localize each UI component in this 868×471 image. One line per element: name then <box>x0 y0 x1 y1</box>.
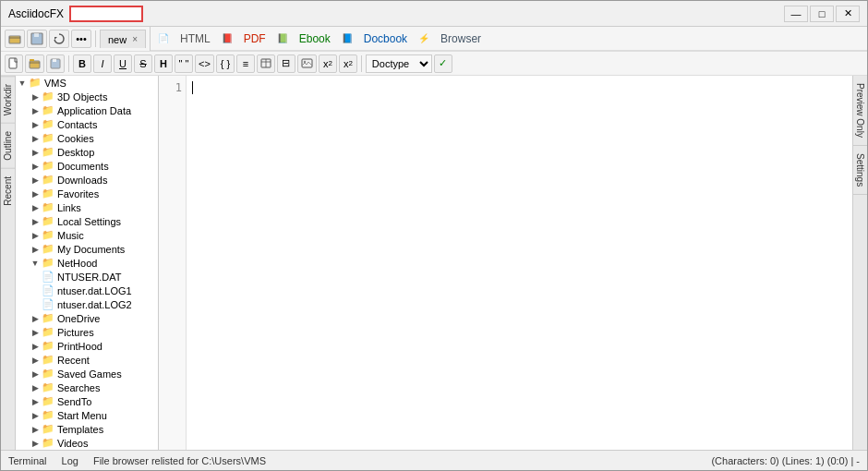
heading-button[interactable]: H <box>154 54 173 73</box>
save-file-button[interactable] <box>46 54 65 73</box>
file-browser[interactable]: ▼ 📁 VMS ▶ 📁 3D Objects ▶ 📁 Application D… <box>16 76 159 450</box>
tree-toggle-vms[interactable]: ▼ <box>16 78 29 88</box>
tree-item-music[interactable]: ▶ 📁 Music <box>16 228 158 242</box>
italic-button[interactable]: I <box>93 54 112 73</box>
bold-button[interactable]: B <box>73 54 91 73</box>
toggle-app-data[interactable]: ▶ <box>29 106 42 115</box>
refresh-button[interactable] <box>49 30 69 48</box>
recent-tab[interactable]: Recent <box>1 168 15 213</box>
open-file-button[interactable] <box>25 54 44 73</box>
toggle-videos[interactable]: ▶ <box>29 439 42 448</box>
toggle-nethood[interactable]: ▼ <box>29 259 42 268</box>
toggle-contacts[interactable]: ▶ <box>29 120 42 129</box>
folder-icon-my-documents: 📁 <box>42 243 54 255</box>
ebook-preview-button[interactable]: Ebook <box>299 32 331 45</box>
tree-item-printhood[interactable]: ▶ 📁 PrintHood <box>16 339 158 353</box>
underline-button[interactable]: U <box>114 54 132 73</box>
tree-item-templates[interactable]: ▶ 📁 Templates <box>16 422 158 436</box>
tree-item-local-settings[interactable]: ▶ 📁 Local Settings <box>16 214 158 228</box>
strikethrough-button[interactable]: S <box>134 54 152 73</box>
maximize-button[interactable]: □ <box>810 6 834 22</box>
toggle-onedrive[interactable]: ▶ <box>29 314 42 323</box>
tree-item-searches[interactable]: ▶ 📁 Searches <box>16 380 158 394</box>
toggle-sendto[interactable]: ▶ <box>29 397 42 406</box>
toggle-start-menu[interactable]: ▶ <box>29 411 42 420</box>
save-button[interactable] <box>27 30 47 48</box>
tree-item-videos[interactable]: ▶ 📁 Videos <box>16 436 158 450</box>
toggle-desktop[interactable]: ▶ <box>29 148 42 157</box>
tree-item-3d-objects[interactable]: ▶ 📁 3D Objects <box>16 90 158 103</box>
toggle-templates[interactable]: ▶ <box>29 425 42 434</box>
doctype-select[interactable]: Doctype Article Book Manpage <box>366 54 432 73</box>
toggle-documents[interactable]: ▶ <box>29 162 42 171</box>
folder-icon-local-settings: 📁 <box>42 215 54 227</box>
tree-item-ntuser-dat[interactable]: 📄 NTUSER.DAT <box>16 270 158 284</box>
tree-item-recent[interactable]: ▶ 📁 Recent <box>16 353 158 367</box>
superscript-button[interactable]: x2 <box>339 54 357 73</box>
more-button[interactable]: ••• <box>71 30 91 48</box>
tree-item-pictures[interactable]: ▶ 📁 Pictures <box>16 325 158 339</box>
table-remove-button[interactable]: ⊟ <box>277 54 295 73</box>
toggle-printhood[interactable]: ▶ <box>29 342 42 351</box>
tab-close-button[interactable]: × <box>132 34 138 44</box>
tree-item-onedrive[interactable]: ▶ 📁 OneDrive <box>16 311 158 325</box>
code-block-button[interactable]: { } <box>216 54 235 73</box>
title-input[interactable] <box>69 6 143 22</box>
settings-tab[interactable]: Settings <box>853 146 867 195</box>
editor-content[interactable] <box>187 76 852 450</box>
docbook-preview-button[interactable]: Docbook <box>364 32 407 45</box>
toggle-searches[interactable]: ▶ <box>29 383 42 392</box>
tree-root-vms[interactable]: ▼ 📁 VMS <box>16 76 158 90</box>
tree-item-saved-games[interactable]: ▶ 📁 Saved Games <box>16 367 158 380</box>
close-button[interactable]: ✕ <box>836 6 860 22</box>
doctype-confirm-button[interactable]: ✓ <box>434 54 452 73</box>
table-button[interactable] <box>257 54 275 73</box>
workdir-tab[interactable]: Workdir <box>1 76 15 123</box>
quote-button[interactable]: " " <box>175 54 193 73</box>
tree-item-cookies[interactable]: ▶ 📁 Cookies <box>16 131 158 145</box>
tree-item-nethood[interactable]: ▼ 📁 NetHood <box>16 256 158 270</box>
tree-item-app-data[interactable]: ▶ 📁 Application Data <box>16 103 158 117</box>
log-button[interactable]: Log <box>62 455 78 466</box>
list-button[interactable]: ≡ <box>236 54 255 73</box>
tree-item-ntuser-log2[interactable]: 📄 ntuser.dat.LOG2 <box>16 297 158 311</box>
new-tab[interactable]: new × <box>100 30 146 48</box>
open-button[interactable] <box>5 30 25 48</box>
browser-preview-button[interactable]: Browser <box>440 32 481 45</box>
toggle-music[interactable]: ▶ <box>29 231 42 240</box>
status-message: File browser relisted for C:\Users\VMS <box>93 455 266 466</box>
tree-item-desktop[interactable]: ▶ 📁 Desktop <box>16 145 158 159</box>
folder-icon-links: 📁 <box>42 201 54 213</box>
tree-item-sendto[interactable]: ▶ 📁 SendTo <box>16 394 158 408</box>
tree-item-documents[interactable]: ▶ 📁 Documents <box>16 159 158 173</box>
toggle-favorites[interactable]: ▶ <box>29 189 42 199</box>
toggle-downloads[interactable]: ▶ <box>29 175 42 185</box>
tree-item-contacts[interactable]: ▶ 📁 Contacts <box>16 117 158 131</box>
tree-item-ntuser-log1[interactable]: 📄 ntuser.dat.LOG1 <box>16 284 158 297</box>
subscript-button[interactable]: x2 <box>319 54 337 73</box>
toggle-pictures[interactable]: ▶ <box>29 328 42 337</box>
tree-item-links[interactable]: ▶ 📁 Links <box>16 200 158 214</box>
toggle-saved-games[interactable]: ▶ <box>29 369 42 379</box>
toggle-3d-objects[interactable]: ▶ <box>29 92 42 102</box>
image-button[interactable] <box>297 54 317 73</box>
editor-area[interactable]: 1 <box>159 76 852 450</box>
code-inline-button[interactable]: <> <box>195 54 214 73</box>
pdf-preview-button[interactable]: PDF <box>244 32 266 45</box>
minimize-button[interactable]: — <box>784 6 808 22</box>
toggle-cookies[interactable]: ▶ <box>29 134 42 143</box>
outline-tab[interactable]: Outline <box>1 123 15 168</box>
label-videos: Videos <box>57 438 88 449</box>
toggle-links[interactable]: ▶ <box>29 203 42 212</box>
tree-item-favorites[interactable]: ▶ 📁 Favorites <box>16 187 158 200</box>
tree-item-start-menu[interactable]: ▶ 📁 Start Menu <box>16 408 158 422</box>
toggle-recent[interactable]: ▶ <box>29 356 42 365</box>
new-file-button[interactable] <box>5 54 23 73</box>
toggle-local-settings[interactable]: ▶ <box>29 217 42 226</box>
tree-item-my-documents[interactable]: ▶ 📁 My Documents <box>16 242 158 256</box>
html-preview-button[interactable]: HTML <box>180 32 211 45</box>
tree-item-downloads[interactable]: ▶ 📁 Downloads <box>16 173 158 187</box>
terminal-button[interactable]: Terminal <box>8 455 47 466</box>
preview-only-tab[interactable]: Preview Only <box>853 76 867 146</box>
toggle-my-documents[interactable]: ▶ <box>29 245 42 254</box>
